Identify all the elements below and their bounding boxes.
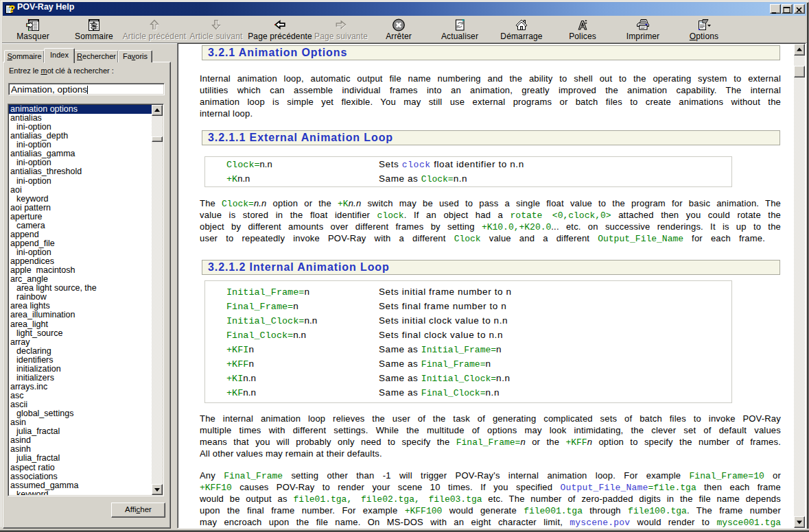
svg-text:?: ? xyxy=(9,3,15,14)
